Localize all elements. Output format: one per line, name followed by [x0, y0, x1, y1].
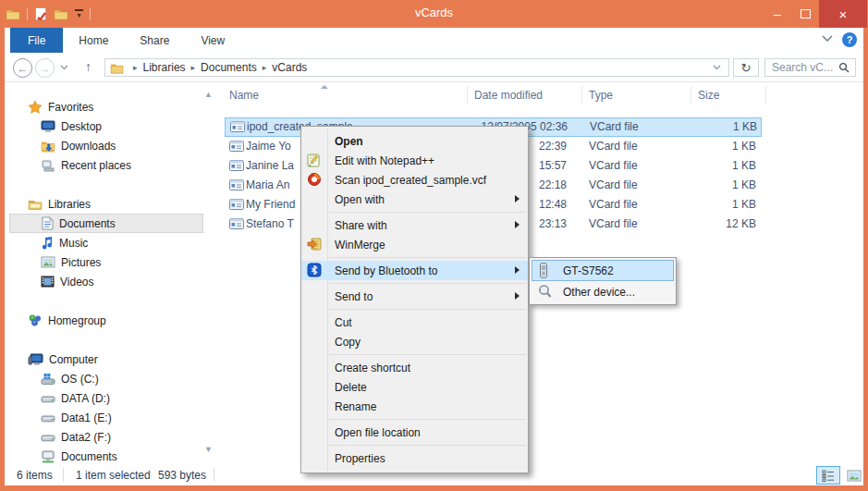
column-header-type[interactable]: Type — [589, 89, 613, 102]
address-dropdown-icon[interactable] — [713, 65, 728, 70]
menu-item-create-shortcut[interactable]: Create shortcut — [301, 358, 528, 377]
menu-item-open-with[interactable]: Open with — [301, 190, 528, 209]
bluetooth-icon — [307, 263, 322, 277]
refresh-button[interactable]: ↻ — [733, 58, 759, 77]
drive-icon — [41, 431, 55, 444]
close-button[interactable]: × — [819, 0, 867, 28]
menu-item-edit-with-notepadpp[interactable]: Edit with Notepad++ — [301, 151, 528, 170]
sidebar-item-documents-network[interactable]: Documents — [5, 447, 204, 466]
bluetooth-submenu: GT-S7562 Other device... — [529, 257, 677, 305]
menu-item-winmerge[interactable]: WinMerge — [301, 235, 528, 254]
downloads-icon — [41, 140, 55, 153]
breadcrumb-chevron: ▸ — [257, 63, 273, 72]
menu-item-delete[interactable]: Delete — [301, 377, 528, 397]
menu-separator — [329, 212, 526, 213]
tab-file[interactable]: File — [10, 28, 63, 53]
minimize-button[interactable]: – — [764, 0, 791, 28]
menu-item-open-file-location[interactable]: Open file location — [301, 423, 528, 442]
maximize-button[interactable] — [791, 0, 819, 28]
up-button[interactable]: ↑ — [85, 59, 92, 74]
submenu-arrow-icon — [515, 266, 520, 274]
thumbnails-view-icon — [847, 470, 862, 482]
search-icon — [838, 62, 850, 73]
pictures-icon — [41, 256, 55, 268]
libraries-icon — [28, 198, 43, 211]
homegroup-icon — [28, 313, 43, 327]
sidebar-item-desktop[interactable]: Desktop — [5, 117, 204, 136]
file-name: Stefano T — [246, 217, 294, 230]
menu-item-send-by-bluetooth-to[interactable]: Send by Bluetooth to — [301, 261, 528, 280]
details-view-icon — [822, 470, 835, 482]
column-divider[interactable] — [467, 86, 468, 104]
tab-view[interactable]: View — [185, 28, 240, 53]
menu-item-send-to[interactable]: Send to — [301, 287, 528, 306]
thumbnails-view-button[interactable] — [842, 466, 866, 485]
network-folder-icon — [41, 450, 55, 463]
sidebar-scroll-down-icon[interactable]: ▼ — [204, 445, 213, 454]
address-bar[interactable]: ▸ Libraries ▸ Documents ▸ vCards — [104, 58, 729, 77]
breadcrumb-vcards[interactable]: vCards — [272, 61, 307, 74]
submenu-item-other-device[interactable]: Other device... — [532, 281, 674, 302]
drive-icon — [41, 392, 55, 405]
file-type: VCard file — [589, 178, 638, 191]
forward-button[interactable]: → — [35, 58, 55, 78]
column-divider[interactable] — [581, 86, 582, 104]
sidebar-item-videos[interactable]: Videos — [5, 272, 204, 291]
menu-item-rename[interactable]: Rename — [301, 397, 528, 416]
tab-share[interactable]: Share — [124, 28, 185, 53]
menu-item-cut[interactable]: Cut — [301, 313, 528, 332]
file-size: 1 KB — [675, 198, 756, 211]
breadcrumb-chevron: ▸ — [186, 63, 202, 72]
menu-item-copy[interactable]: Copy — [301, 332, 528, 351]
submenu-arrow-icon — [515, 195, 520, 203]
sidebar-item-computer[interactable]: Computer — [5, 350, 204, 369]
menu-item-properties[interactable]: Properties — [301, 448, 528, 468]
menu-separator — [329, 257, 526, 258]
back-button[interactable]: ← — [13, 58, 32, 78]
recent-places-icon — [41, 159, 55, 172]
column-divider[interactable] — [765, 86, 766, 104]
column-header-size[interactable]: Size — [698, 89, 719, 102]
divider — [214, 468, 214, 482]
menu-separator — [329, 354, 526, 355]
sidebar-item-music[interactable]: Music — [5, 233, 204, 252]
breadcrumb-documents[interactable]: Documents — [201, 61, 257, 74]
menu-item-scan-file[interactable]: Scan ipod_created_sample.vcf — [301, 170, 528, 190]
document-icon — [42, 216, 54, 230]
breadcrumb-libraries[interactable]: Libraries — [143, 61, 186, 74]
menu-item-share-with[interactable]: Share with — [301, 215, 528, 235]
sidebar-item-pictures[interactable]: Pictures — [5, 252, 204, 272]
sidebar-item-homegroup[interactable]: Homegroup — [5, 311, 204, 330]
sidebar-scroll-up-icon[interactable]: ▲ — [204, 90, 213, 99]
column-divider[interactable] — [691, 86, 691, 104]
sidebar-item-documents[interactable]: Documents — [9, 214, 203, 233]
file-size: 12 KB — [675, 217, 756, 230]
vcard-file-icon — [229, 217, 244, 230]
star-icon — [28, 100, 43, 114]
search-input[interactable]: Search vC... — [764, 58, 856, 77]
sidebar-item-os-c[interactable]: OS (C:) — [5, 369, 204, 388]
menu-item-open[interactable]: Open — [301, 131, 528, 151]
sidebar-item-data1-e[interactable]: Data1 (E:) — [5, 408, 204, 427]
ribbon-collapse-icon[interactable] — [822, 35, 833, 42]
submenu-arrow-icon — [515, 221, 520, 228]
submenu-item-gt-s7562[interactable]: GT-S7562 — [532, 260, 674, 281]
help-button[interactable]: ? — [842, 32, 857, 47]
tab-home[interactable]: Home — [63, 28, 124, 53]
menu-separator — [329, 419, 526, 420]
column-header-name[interactable]: Name — [229, 89, 259, 102]
menu-separator — [329, 309, 526, 310]
sidebar-item-recent-places[interactable]: Recent places — [5, 155, 204, 175]
file-name: My Friend — [246, 198, 295, 211]
file-size: 1 KB — [675, 159, 756, 172]
details-view-button[interactable] — [816, 466, 840, 485]
sidebar-item-data2-f[interactable]: Data2 (F:) — [5, 427, 204, 447]
file-type: VCard file — [589, 217, 638, 230]
history-dropdown-icon[interactable] — [60, 65, 68, 70]
sidebar-item-downloads[interactable]: Downloads — [5, 136, 204, 155]
column-header-date-modified[interactable]: Date modified — [474, 89, 543, 102]
sidebar-item-favorites[interactable]: Favorites — [5, 97, 204, 117]
sort-ascending-icon — [321, 85, 328, 89]
sidebar-item-libraries[interactable]: Libraries — [5, 194, 204, 214]
sidebar-item-data-d[interactable]: DATA (D:) — [5, 388, 204, 408]
